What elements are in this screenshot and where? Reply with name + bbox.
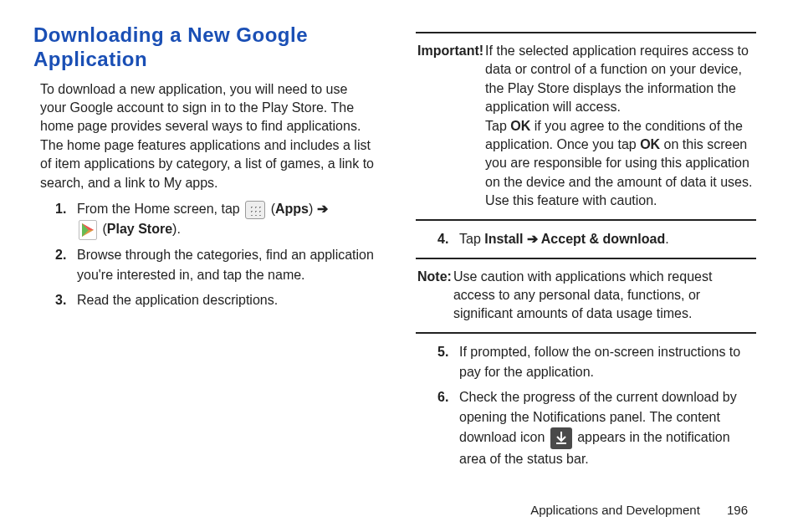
important-body: If the selected application requires acc… (485, 42, 755, 211)
step-number: 5. (437, 342, 459, 382)
step-number: 1. (55, 199, 77, 240)
ok-label: OK (640, 137, 660, 151)
step-6-body: Check the progress of the current downlo… (459, 387, 756, 469)
step-item: 3. Read the application descriptions. (55, 290, 374, 310)
ok-label: OK (510, 119, 530, 133)
important-p1: If the selected application requires acc… (485, 43, 749, 114)
step-5-body: If prompted, follow the on-screen instru… (459, 342, 756, 382)
section-heading: Downloading a New Google Application (33, 23, 374, 72)
intro-paragraph: To download a new application, you will … (40, 80, 374, 192)
steps-list-left: 1. From the Home screen, tap (Apps) ➔ (P… (55, 199, 374, 310)
divider (416, 258, 756, 259)
right-column: Important! If the selected application r… (416, 23, 756, 474)
step-item: 6. Check the progress of the current dow… (437, 387, 756, 469)
step-4-pre: Tap (459, 232, 484, 246)
divider (416, 332, 756, 334)
note-body: Use caution with applications which requ… (453, 268, 755, 324)
step-4-post: . (665, 232, 668, 246)
step-number: 2. (55, 245, 77, 285)
divider (416, 219, 756, 221)
play-store-label: Play Store (107, 222, 172, 236)
important-label: Important! (417, 42, 483, 211)
important-callout: Important! If the selected application r… (416, 42, 756, 211)
divider (416, 32, 756, 33)
step-2-body: Browse through the categories, find an a… (77, 245, 374, 285)
page-number: 196 (727, 503, 748, 517)
steps-list-right-1: 4. Tap Install ➔ Accept & download. (437, 229, 756, 249)
step-number: 3. (55, 290, 77, 310)
install-accept-label: Install ➔ Accept & download (484, 232, 665, 246)
step-3-body: Read the application descriptions. (77, 290, 374, 310)
left-column: Downloading a New Google Application To … (33, 23, 374, 474)
step-item: 4. Tap Install ➔ Accept & download. (437, 229, 756, 249)
apps-grid-icon (245, 201, 265, 219)
step-item: 5. If prompted, follow the on-screen ins… (437, 342, 756, 382)
page-footer: Applications and Development 196 (530, 503, 748, 517)
note-label: Note: (417, 268, 452, 324)
step-number: 6. (437, 387, 459, 469)
step-1-pre: From the Home screen, tap (77, 202, 243, 216)
step-4-body: Tap Install ➔ Accept & download. (459, 229, 756, 249)
step-number: 4. (437, 229, 459, 249)
apps-label: Apps (275, 202, 309, 216)
play-store-icon (79, 220, 97, 240)
footer-section: Applications and Development (530, 503, 700, 517)
download-icon (550, 427, 572, 449)
step-1-body: From the Home screen, tap (Apps) ➔ (Play… (77, 199, 374, 240)
note-callout: Note: Use caution with applications whic… (416, 268, 756, 324)
step-item: 1. From the Home screen, tap (Apps) ➔ (P… (55, 199, 374, 240)
important-p2a: Tap (485, 119, 510, 133)
step-item: 2. Browse through the categories, find a… (55, 245, 374, 285)
steps-list-right-2: 5. If prompted, follow the on-screen ins… (437, 342, 756, 469)
page-columns: Downloading a New Google Application To … (33, 23, 756, 474)
arrow-icon: ➔ (313, 202, 327, 216)
svg-rect-3 (556, 442, 566, 444)
